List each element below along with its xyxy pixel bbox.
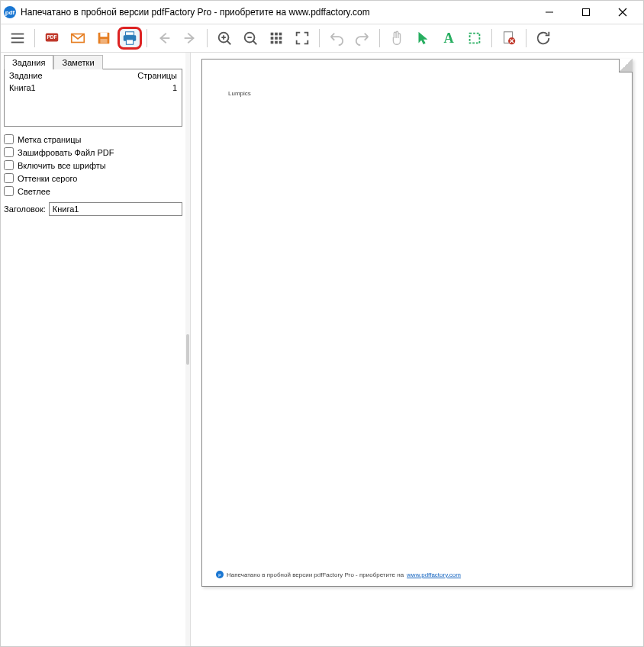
forward-button[interactable] [178, 27, 202, 50]
back-button[interactable] [152, 27, 176, 50]
undo-icon [328, 30, 345, 47]
crop-tool-button[interactable] [462, 27, 487, 50]
refresh-icon [535, 30, 552, 47]
check-encrypt-input[interactable] [4, 147, 14, 157]
job-name: Книга1 [9, 83, 172, 92]
text-icon: A [440, 30, 457, 47]
svg-rect-33 [279, 41, 282, 44]
thumbnails-button[interactable] [264, 27, 288, 50]
svg-rect-13 [126, 32, 134, 36]
svg-rect-35 [470, 34, 480, 43]
check-grayscale-input[interactable] [4, 173, 14, 183]
hand-icon [388, 30, 405, 47]
svg-rect-29 [275, 37, 278, 40]
svg-text:A: A [443, 31, 454, 46]
maximize-button[interactable] [575, 5, 597, 20]
svg-rect-11 [100, 33, 107, 37]
svg-rect-31 [271, 41, 274, 44]
close-button[interactable] [611, 5, 634, 20]
tab-jobs[interactable]: Задания [4, 55, 53, 69]
pdf-page[interactable]: Lumpics p Напечатано в пробной версии pd… [201, 59, 633, 587]
col-job: Задание [9, 71, 137, 80]
check-embed-fonts-input[interactable] [4, 160, 14, 170]
fullscreen-button[interactable] [290, 27, 314, 50]
hand-tool-button[interactable] [385, 27, 409, 50]
zoom-in-button[interactable] [212, 27, 237, 50]
title-input[interactable] [49, 202, 182, 216]
app-icon: pdf [4, 6, 16, 18]
svg-rect-28 [271, 37, 274, 40]
page-fold-icon [619, 59, 633, 72]
check-encrypt[interactable]: Зашифровать Файл PDF [4, 147, 182, 157]
svg-rect-32 [275, 41, 278, 44]
job-row[interactable]: Книга1 1 [5, 82, 182, 94]
refresh-button[interactable] [531, 27, 555, 50]
hamburger-icon [9, 30, 26, 47]
col-pages: Страницы [137, 71, 177, 80]
pdf-icon: PDF [43, 30, 60, 47]
sidebar-tabs: Задания Заметки [4, 54, 182, 69]
window-title: Напечатано в пробной версии pdfFactory P… [21, 7, 538, 18]
tab-notes[interactable]: Заметки [53, 55, 102, 69]
check-page-mark[interactable]: Метка страницы [4, 134, 182, 144]
zoom-in-icon [216, 30, 233, 47]
redo-button[interactable] [350, 27, 375, 50]
check-embed-fonts[interactable]: Включить все шрифты [4, 160, 182, 170]
svg-rect-30 [279, 37, 282, 40]
undo-button[interactable] [324, 27, 349, 50]
job-list: Задание Страницы Книга1 1 [4, 69, 182, 127]
grid-icon [268, 30, 285, 47]
svg-line-23 [253, 41, 257, 45]
printer-icon [121, 30, 138, 47]
svg-rect-27 [279, 33, 282, 36]
check-lighter-input[interactable] [4, 186, 14, 196]
toolbar: PDF [1, 24, 643, 53]
redo-icon [354, 30, 371, 47]
trial-watermark: p Напечатано в пробной версии pdfFactory… [216, 571, 618, 578]
delete-page-icon [501, 30, 517, 47]
svg-rect-1 [583, 9, 590, 16]
svg-rect-15 [126, 40, 133, 44]
save-icon [95, 30, 112, 47]
job-pages: 1 [172, 83, 177, 92]
menu-button[interactable] [5, 27, 30, 50]
main-body: Задания Заметки Задание Страницы Книга1 … [1, 53, 643, 646]
watermark-link[interactable]: www.pdffactory.com [407, 571, 461, 578]
preview-pane: Lumpics p Напечатано в пробной версии pd… [190, 53, 643, 646]
title-label: Заголовок: [4, 204, 46, 214]
splitter-grip-icon [186, 334, 189, 365]
check-lighter[interactable]: Светлее [4, 186, 182, 196]
envelope-icon [69, 30, 86, 47]
delete-page-button[interactable] [497, 27, 521, 50]
pdf-mini-icon: p [216, 571, 224, 578]
page-content: Lumpics [228, 90, 606, 97]
cursor-icon [414, 30, 431, 47]
fullscreen-icon [294, 30, 311, 47]
view-pdf-button[interactable]: PDF [40, 27, 64, 50]
zoom-out-icon [242, 30, 259, 47]
svg-rect-26 [275, 33, 278, 36]
app-window: pdf Напечатано в пробной версии pdfFacto… [0, 0, 644, 647]
check-grayscale[interactable]: Оттенки серого [4, 173, 182, 183]
crop-icon [466, 30, 483, 47]
text-tool-button[interactable]: A [436, 27, 461, 50]
titlebar: pdf Напечатано в пробной версии pdfFacto… [1, 1, 643, 24]
save-button[interactable] [92, 27, 116, 50]
svg-rect-12 [100, 39, 107, 43]
sidebar: Задания Заметки Задание Страницы Книга1 … [1, 53, 185, 646]
arrow-left-icon [156, 30, 172, 47]
print-button[interactable] [118, 27, 142, 50]
svg-rect-25 [271, 33, 274, 36]
arrow-right-icon [182, 30, 198, 47]
svg-line-19 [227, 41, 231, 45]
minimize-button[interactable] [538, 5, 561, 20]
email-button[interactable] [66, 27, 90, 50]
svg-text:PDF: PDF [47, 34, 57, 40]
check-page-mark-input[interactable] [4, 134, 14, 144]
zoom-out-button[interactable] [238, 27, 262, 50]
pointer-tool-button[interactable] [411, 27, 435, 50]
